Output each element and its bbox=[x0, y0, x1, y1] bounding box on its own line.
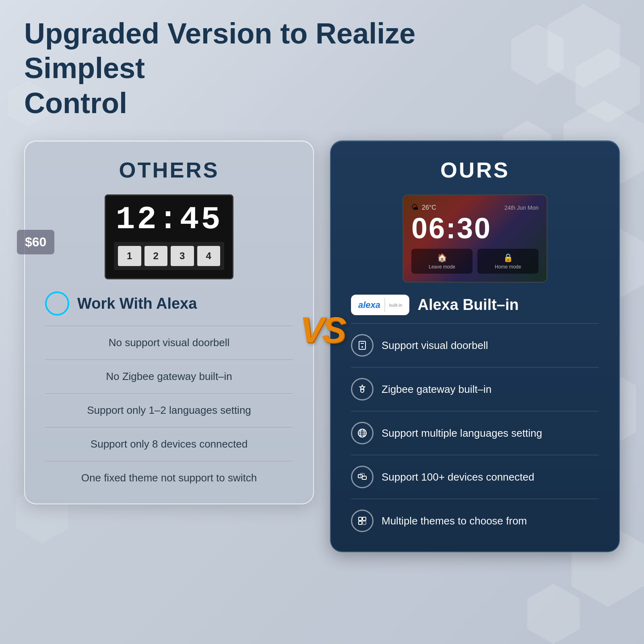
others-features-list: No support visual doorbell No Zigbee gat… bbox=[45, 326, 293, 487]
others-feature-text-1: No Zigbee gateway built–in bbox=[45, 370, 293, 383]
ours-feature-text-2: Support multiple languages setting bbox=[382, 427, 599, 440]
svg-rect-13 bbox=[363, 517, 366, 520]
ours-feature-text-1: Zigbee gateway built–in bbox=[382, 383, 599, 396]
svg-rect-12 bbox=[359, 517, 362, 520]
ours-title: OURS bbox=[351, 157, 599, 182]
alexa-ring-icon bbox=[45, 291, 69, 316]
others-feature-0: No support visual doorbell bbox=[45, 333, 293, 352]
svg-rect-15 bbox=[363, 521, 366, 524]
others-clock-time: 12:45 bbox=[114, 204, 224, 236]
alexa-builtin-badge: alexa built-in bbox=[351, 295, 409, 315]
alexa-builtin-top: built-in bbox=[389, 303, 402, 308]
others-feature-3: Support only 8 devices connected bbox=[45, 435, 293, 454]
others-feature-1: No Zigbee gateway built–in bbox=[45, 367, 293, 386]
others-feature-2: Support only 1–2 languages setting bbox=[45, 401, 293, 420]
home-mode-icon: 🔒 bbox=[483, 253, 533, 262]
ours-feature-2: Support multiple languages setting bbox=[351, 419, 599, 448]
ours-alexa-label: Alexa Built–in bbox=[417, 296, 518, 314]
alexa-badge-divider bbox=[384, 298, 385, 312]
divider-4 bbox=[45, 461, 293, 461]
clock-date: 24th Jun Mon bbox=[504, 204, 539, 211]
ours-feature-icon-4 bbox=[351, 510, 374, 532]
divider-3 bbox=[45, 427, 293, 427]
ours-feature-icon-1 bbox=[351, 378, 374, 400]
home-mode-label: Home mode bbox=[483, 264, 533, 270]
ours-divider-3 bbox=[351, 455, 599, 455]
others-alexa-label: Work With Alexa bbox=[77, 295, 197, 312]
ours-feature-text-4: Multiple themes to choose from bbox=[382, 515, 599, 527]
ours-feature-icon-2 bbox=[351, 422, 374, 444]
page-title: Upgraded Version to Realize Simplest Con… bbox=[24, 16, 427, 120]
ours-feature-4: Multiple themes to choose from bbox=[351, 506, 599, 535]
svg-point-1 bbox=[361, 346, 363, 348]
vs-badge: VS bbox=[300, 310, 344, 351]
ours-divider-4 bbox=[351, 499, 599, 499]
others-clock-display: 12:45 1 2 3 4 bbox=[105, 194, 233, 279]
ours-clock-display: 🌤 26°C 24th Jun Mon 06:30 🏠 Leave mode bbox=[402, 194, 547, 283]
ours-features-list: Support visual doorbell Zigbee gateway b… bbox=[351, 323, 599, 535]
others-feature-text-2: Support only 1–2 languages setting bbox=[45, 404, 293, 417]
clock-temp: 26°C bbox=[422, 204, 436, 211]
others-btn-2: 2 bbox=[144, 246, 168, 266]
others-btn-3: 3 bbox=[171, 246, 194, 266]
others-feature-4: One fixed theme not support to switch bbox=[45, 469, 293, 487]
main-content: Upgraded Version to Realize Simplest Con… bbox=[0, 0, 644, 568]
leave-mode-btn: 🏠 Leave mode bbox=[411, 249, 473, 274]
others-feature-text-4: One fixed theme not support to switch bbox=[45, 472, 293, 484]
leave-mode-icon: 🏠 bbox=[417, 253, 466, 262]
home-mode-btn: 🔒 Home mode bbox=[477, 249, 539, 274]
others-title: OTHERS bbox=[45, 157, 293, 182]
clock-top-bar: 🌤 26°C 24th Jun Mon bbox=[411, 203, 539, 212]
divider-1 bbox=[45, 359, 293, 360]
alexa-logo: alexa bbox=[358, 300, 380, 310]
others-feature-text-0: No support visual doorbell bbox=[45, 336, 293, 349]
ours-feature-icon-0 bbox=[351, 334, 374, 357]
divider-0 bbox=[45, 326, 293, 326]
svg-rect-14 bbox=[359, 521, 362, 524]
ours-card: OURS 🌤 26°C 24th Jun Mon 06:30 🏠 bbox=[330, 140, 620, 552]
svg-rect-0 bbox=[359, 341, 365, 349]
others-button-row: 1 2 3 4 bbox=[114, 242, 224, 270]
others-alexa-section: Work With Alexa bbox=[45, 291, 293, 316]
ours-alexa-section: alexa built-in Alexa Built–in bbox=[351, 295, 599, 315]
others-btn-4: 4 bbox=[197, 246, 221, 266]
ours-feature-1: Zigbee gateway built–in bbox=[351, 375, 599, 404]
divider-2 bbox=[45, 393, 293, 394]
ours-clock-time: 06:30 bbox=[411, 214, 539, 243]
ours-divider-1 bbox=[351, 367, 599, 367]
ours-feature-text-3: Support 100+ devices connected bbox=[382, 471, 599, 483]
ours-feature-0: Support visual doorbell bbox=[351, 331, 599, 360]
ours-feature-icon-3 bbox=[351, 466, 374, 488]
weather-icon: 🌤 bbox=[411, 203, 419, 212]
ours-divider-0 bbox=[351, 323, 599, 324]
ours-feature-3: Support 100+ devices connected bbox=[351, 462, 599, 491]
leave-mode-label: Leave mode bbox=[417, 264, 466, 270]
alexa-builtin-small: built-in bbox=[389, 303, 402, 308]
svg-point-3 bbox=[361, 389, 364, 392]
price-badge: $60 bbox=[17, 230, 54, 254]
clock-content: 🌤 26°C 24th Jun Mon 06:30 🏠 Leave mode bbox=[411, 203, 539, 274]
others-feature-text-3: Support only 8 devices connected bbox=[45, 438, 293, 450]
others-btn-1: 1 bbox=[118, 246, 141, 266]
ours-feature-text-0: Support visual doorbell bbox=[382, 339, 599, 352]
others-card: $60 OTHERS 12:45 1 2 3 4 Work With Alexa bbox=[24, 140, 314, 504]
ours-divider-2 bbox=[351, 411, 599, 411]
mode-buttons: 🏠 Leave mode 🔒 Home mode bbox=[411, 249, 539, 274]
